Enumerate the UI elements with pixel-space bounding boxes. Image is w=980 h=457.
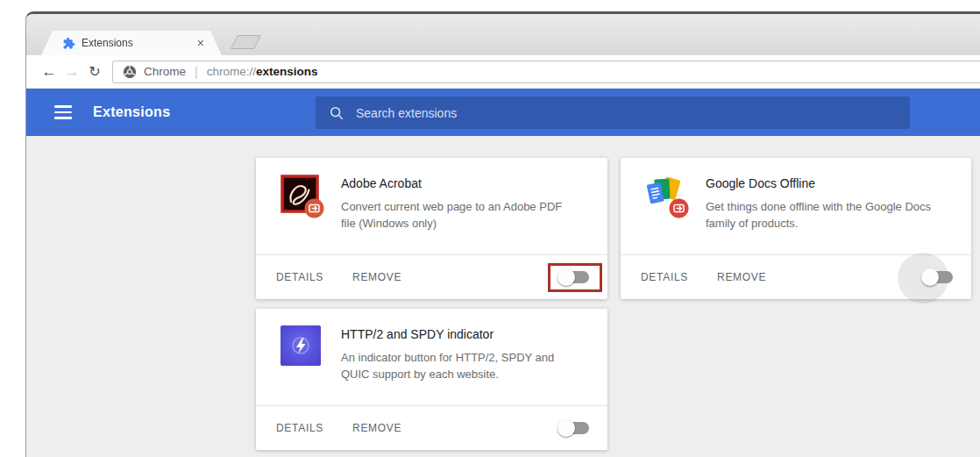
card-footer: DETAILS REMOVE (256, 405, 607, 450)
remove-button[interactable]: REMOVE (352, 422, 401, 434)
chrome-logo-icon (123, 65, 137, 79)
new-tab-button[interactable] (231, 35, 261, 49)
extension-card-adobe-acrobat: Adobe Acrobat Convert current web page t… (256, 158, 607, 299)
extension-card-google-docs-offline: Google Docs Offline Get things done offl… (621, 158, 971, 299)
details-button[interactable]: DETAILS (641, 271, 688, 283)
search-box[interactable] (316, 96, 910, 129)
browser-toolbar: ← → ↻ Chrome | chrome://extensions (26, 55, 980, 89)
extension-description: Convert current web page to an Adobe PDF… (341, 198, 579, 232)
reload-icon[interactable]: ↻ (83, 61, 106, 83)
tab-extensions[interactable]: Extensions × (41, 31, 222, 55)
extension-name: HTTP/2 and SPDY indicator (341, 327, 579, 341)
puzzle-piece-icon (62, 37, 75, 50)
forward-arrow-icon: → (60, 61, 83, 83)
url-scheme: chrome:// (207, 65, 256, 78)
enable-toggle-off[interactable] (923, 271, 953, 283)
address-bar[interactable]: Chrome | chrome://extensions (112, 61, 980, 83)
google-docs-offline-icon (645, 175, 685, 215)
magnifier-icon (329, 105, 344, 121)
remove-button[interactable]: REMOVE (717, 271, 766, 283)
http2-spdy-icon (281, 325, 321, 366)
tab-close-icon[interactable]: × (197, 37, 204, 49)
extension-name: Adobe Acrobat (341, 176, 579, 190)
extension-card-http2-spdy-indicator: HTTP/2 and SPDY indicator An indicator b… (256, 309, 607, 450)
remove-button[interactable]: REMOVE (352, 271, 401, 283)
adobe-acrobat-icon (281, 175, 321, 215)
card-footer: DETAILS REMOVE (256, 254, 607, 299)
search-input[interactable] (356, 106, 910, 120)
extension-description: An indicator button for HTTP/2, SPDY and… (341, 349, 579, 382)
enable-toggle-off[interactable] (559, 271, 589, 283)
extensions-page: Adobe Acrobat Convert current web page t… (26, 136, 980, 457)
omnibox-separator: | (195, 65, 198, 79)
titlebar: Extensions × (26, 14, 980, 55)
details-button[interactable]: DETAILS (276, 271, 323, 283)
browser-window: Extensions × ← → ↻ Chrome | chrome://ext… (25, 11, 980, 457)
export-arrow-badge (669, 198, 689, 218)
extension-description: Get things done offline with the Google … (706, 198, 944, 232)
extensions-header: Extensions (26, 89, 980, 136)
back-arrow-icon[interactable]: ← (38, 61, 60, 83)
export-arrow-badge (304, 198, 324, 218)
url-host: extensions (256, 65, 318, 78)
site-label: Chrome (144, 65, 186, 78)
hamburger-menu-icon[interactable] (54, 105, 72, 119)
extension-name: Google Docs Offline (706, 176, 944, 190)
tab-title: Extensions (82, 37, 133, 49)
details-button[interactable]: DETAILS (276, 422, 323, 434)
page-title: Extensions (93, 104, 170, 120)
enable-toggle-off[interactable] (559, 422, 589, 434)
